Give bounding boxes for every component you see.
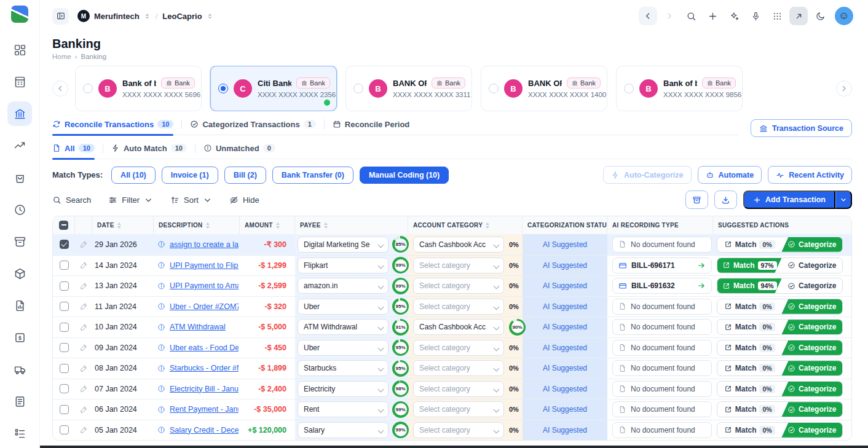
match-action-button[interactable]: Match 97%	[717, 258, 781, 273]
info-icon[interactable]	[157, 240, 165, 248]
tab-categorized-transactions[interactable]: Categorized Transactions 1	[190, 120, 315, 129]
row-checkbox[interactable]	[60, 323, 69, 332]
match-action-button[interactable]: Match 0%	[717, 320, 781, 334]
transaction-source-button[interactable]: Transaction Source	[751, 119, 852, 137]
auto-categorize-button[interactable]: Auto-Categorize	[603, 166, 692, 184]
match-action-button[interactable]: Match 0%	[717, 423, 781, 438]
hide-control[interactable]: Hide	[229, 195, 259, 205]
sort-arrows-icon[interactable]	[324, 221, 328, 230]
sidebar-item-history[interactable]	[7, 197, 32, 222]
transaction-description-link[interactable]: Rent Payment - Janua	[170, 405, 239, 414]
breadcrumb-home[interactable]: Home	[52, 53, 71, 60]
bank-radio[interactable]	[353, 84, 363, 93]
match-action-button[interactable]: Match 0%	[717, 237, 781, 252]
document-button[interactable]: No document found	[612, 319, 712, 335]
document-button[interactable]: BILL-691632	[612, 278, 712, 294]
info-icon[interactable]	[157, 261, 165, 269]
download-button[interactable]	[714, 191, 737, 209]
match-action-button[interactable]: Match 0%	[717, 299, 781, 314]
categorize-action-button[interactable]: Categorize	[781, 340, 842, 355]
tab-reconcile-period[interactable]: Reconcile Period	[333, 120, 409, 129]
search-button[interactable]	[682, 7, 700, 25]
category-select[interactable]: Select category	[413, 401, 504, 417]
bank-card[interactable]: B BANK OF BARODA Bank XXXX XXXX XXXX 331…	[345, 66, 472, 111]
transaction-description-link[interactable]: Salary Credit - Decen	[170, 426, 239, 434]
sidebar-item-documents[interactable]	[7, 389, 32, 414]
payee-select[interactable]: Starbucks	[298, 360, 389, 376]
edit-pencil-icon[interactable]	[80, 406, 88, 414]
sidebar-item-logistics[interactable]	[7, 357, 32, 382]
categorize-action-button[interactable]: Categorize	[781, 237, 842, 252]
filter-control[interactable]: Filter	[108, 195, 153, 205]
categorize-action-button[interactable]: Categorize	[781, 320, 842, 334]
bank-radio[interactable]	[624, 84, 634, 93]
project-switcher[interactable]: LeoCaprio	[162, 12, 213, 21]
edit-pencil-icon[interactable]	[80, 302, 88, 310]
category-select[interactable]: Select category	[413, 381, 504, 397]
open-document-arrow-icon[interactable]	[697, 261, 706, 270]
transaction-description-link[interactable]: UPI Payment to Flipka	[170, 261, 239, 270]
column-header[interactable]: AMOUNT	[240, 216, 295, 234]
sort-control[interactable]: Sort	[170, 195, 212, 205]
row-checkbox[interactable]	[60, 240, 69, 249]
sidebar-collapse-button[interactable]	[52, 8, 69, 25]
sidebar-item-dashboard[interactable]	[7, 37, 32, 62]
carousel-next-button[interactable]	[836, 81, 852, 96]
sidebar-item-billing[interactable]: $	[7, 325, 32, 350]
categorize-action-button[interactable]: Categorize	[781, 361, 842, 375]
info-icon[interactable]	[157, 426, 165, 434]
bank-card[interactable]: B BANK OF BARODA Bank XXXX XXXX XXXX 140…	[481, 66, 607, 111]
match-action-button[interactable]: Match 0%	[717, 402, 781, 417]
categorize-action-button[interactable]: Categorize	[781, 299, 842, 314]
bank-card[interactable]: B Bank of baroda Bank XXXX XXXX XXXX 985…	[616, 66, 743, 111]
sidebar-item-banking[interactable]	[7, 101, 32, 126]
document-button[interactable]: No document found	[612, 401, 712, 417]
document-button[interactable]: No document found	[612, 237, 712, 253]
match-action-button[interactable]: Match 0%	[717, 361, 781, 375]
transaction-description-link[interactable]: ATM Withdrawal	[170, 323, 226, 331]
payee-select[interactable]: Uber	[298, 299, 389, 315]
row-checkbox[interactable]	[60, 384, 69, 393]
automate-button[interactable]: Automate	[698, 166, 762, 184]
search-control[interactable]: Search	[52, 195, 91, 205]
add-button[interactable]	[703, 7, 722, 25]
column-header[interactable]: PAYEE	[295, 216, 408, 234]
transaction-description-link[interactable]: Electricity Bill - Janua	[170, 385, 239, 393]
payee-select[interactable]: amazon.in	[298, 278, 389, 294]
match-type-button[interactable]: Bill (2)	[224, 167, 266, 184]
carousel-prev-button[interactable]	[52, 81, 68, 96]
sidebar-item-analytics[interactable]	[7, 133, 32, 158]
screen-share-button[interactable]	[789, 7, 808, 25]
payee-select[interactable]: Flipkart	[298, 257, 389, 273]
sidebar-item-sales[interactable]	[7, 165, 32, 190]
document-button[interactable]: No document found	[612, 299, 712, 315]
nav-back-button[interactable]	[639, 7, 657, 25]
sort-arrows-icon[interactable]	[486, 221, 489, 230]
document-button[interactable]: BILL-696171	[612, 257, 712, 273]
category-select[interactable]: Select category	[413, 422, 504, 438]
bank-radio[interactable]	[83, 84, 93, 93]
tab-reconcile-transactions[interactable]: Reconcile Transactions 10	[52, 120, 173, 129]
apps-grid-button[interactable]	[768, 7, 786, 25]
nav-forward-button[interactable]	[660, 7, 679, 25]
info-icon[interactable]	[157, 344, 165, 352]
payee-select[interactable]: Salary	[298, 422, 389, 438]
row-checkbox[interactable]	[60, 425, 69, 434]
info-icon[interactable]	[157, 406, 165, 414]
edit-pencil-icon[interactable]	[80, 282, 88, 290]
column-header[interactable]: ACCOUNT CATEGORY	[408, 216, 523, 234]
row-checkbox[interactable]	[60, 405, 69, 414]
horizontal-scrollbar[interactable]	[40, 446, 868, 448]
microphone-button[interactable]	[746, 7, 765, 25]
category-select[interactable]: Select category	[413, 278, 504, 294]
categorize-action-button[interactable]: Categorize	[781, 402, 842, 417]
categorize-action-button[interactable]: Categorize	[781, 382, 842, 396]
category-select[interactable]: Cash Cashbook Acc	[413, 237, 504, 253]
row-checkbox[interactable]	[60, 343, 69, 352]
sort-arrows-icon[interactable]	[117, 221, 121, 230]
bank-card[interactable]: B Bank of baroda Bank XXXX XXXX XXXX 569…	[75, 66, 202, 111]
sidebar-item-ledger[interactable]	[7, 69, 32, 94]
subtab-unmatched[interactable]: Unmatched 0	[203, 144, 275, 153]
match-action-button[interactable]: Match 0%	[717, 340, 781, 355]
category-select[interactable]: Select category	[413, 257, 504, 273]
